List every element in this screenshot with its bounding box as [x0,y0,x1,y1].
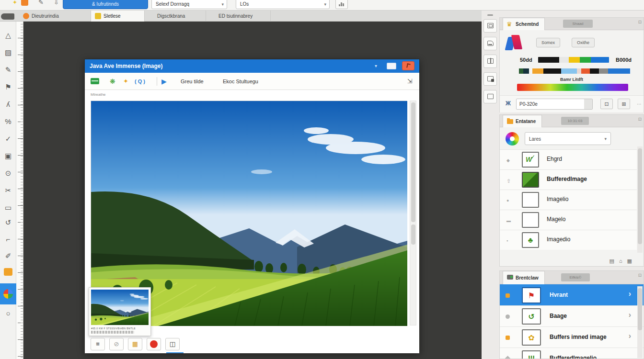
object-row[interactable]: Ψ BufferedImagelio [500,348,644,359]
tab-3[interactable]: Digsctkbrana [145,11,206,22]
object-row-selected[interactable]: ⚑ Hvrant › [500,284,644,305]
tab-1[interactable]: Dieutrurindia [19,11,91,22]
tool-pen[interactable]: ✎ [0,63,16,77]
layers-panel: Entatane 10:31:03 ⊡ Lares ▾ ◆ W ✓ Ehgrd … [499,114,644,267]
tab-entatane[interactable]: Entatane [503,115,542,127]
tool-circle[interactable]: ○ [0,306,16,321]
tool-check[interactable]: ✓ [0,132,16,146]
view-window-button[interactable] [483,19,497,33]
menu-item-2[interactable]: Ekoc Stultuegu [223,73,258,90]
layer-thumb: ♣ [522,232,539,248]
close-button[interactable] [402,61,414,70]
library-button[interactable] [483,55,497,68]
color-wheel-icon[interactable] [506,132,519,146]
chevron-right-icon[interactable]: › [629,290,631,298]
scrollbar-thumb-small[interactable] [411,224,415,245]
dock-handle[interactable] [487,14,493,16]
list-button[interactable]: ≡ [91,338,105,350]
tool-cut[interactable]: ✂ [0,183,16,198]
download-icon[interactable]: ⇩ [54,0,59,6]
tool-flag[interactable]: ⚑ [0,80,16,94]
tool-percent[interactable]: % [0,114,16,129]
tool-corner[interactable]: ⌐ [0,232,16,247]
tab-2-active[interactable]: Sletlese [91,11,145,22]
frames-button[interactable]: ◫ [165,338,180,350]
back-handle-icon[interactable] [1,13,14,20]
scrollbar-thumb[interactable] [638,288,642,330]
window-menu-caret-icon[interactable]: ▾ [375,59,377,73]
panel-scrollbar[interactable] [637,286,643,358]
tool-select-box[interactable]: ▣ [0,149,16,163]
tool-shape[interactable]: △ [0,28,16,43]
tool-edit-box[interactable]: ▨ [0,45,16,60]
preset-dropdown[interactable]: LOs ▾ [236,0,330,9]
rainbow-gradient-bar[interactable] [517,84,628,91]
primary-action-button[interactable]: & Iufrutinnds [63,0,148,9]
blank-button[interactable] [483,90,497,103]
page-flag-button[interactable] [483,72,497,86]
layers-filter-dropdown[interactable]: Lares ▾ [525,132,611,145]
disable-button[interactable]: ⊘ [109,338,124,350]
plant-icon[interactable]: ❋ [110,73,115,90]
play-icon[interactable]: ▶ [161,73,167,90]
color-search-input[interactable] [516,99,593,110]
list-item[interactable]: ⇧ BufferedImage [500,169,637,190]
orange-tool-icon[interactable] [21,0,28,6]
tab-schemes[interactable]: ♛ Schemtnd [503,18,545,30]
image-swatch-button[interactable]: ⊡ [600,99,613,109]
panel-fold-icon[interactable]: ⊡ [638,273,642,278]
restore-button[interactable] [387,63,396,69]
tab-secondary[interactable]: 10:31:03 [561,117,589,125]
canvas-area[interactable]: Java Ave Immense (Image) ▾ ❋ ✦ ( Q ) ▶ G… [23,22,482,359]
expand-icon[interactable]: ⇲ [407,73,413,90]
panel-fold-icon[interactable]: ⊡ [638,117,642,122]
frames-icon: ◫ [170,340,175,348]
scrollbar-thumb[interactable] [411,102,415,222]
select-image-dropdown[interactable]: Selexf Dorrragq ▾ [151,0,227,9]
segment-palette-bar[interactable] [519,68,630,74]
q-loop-icon[interactable]: ( Q ) [135,73,145,90]
chevron-right-icon[interactable]: › [629,311,631,319]
list-item[interactable]: ▬ Magelo [500,210,637,230]
window-titlebar[interactable]: Java Ave Immense (Image) ▾ [85,59,419,73]
tab-shaad[interactable]: Shaad [563,20,593,28]
tab-entatane-label: Entatane [516,119,536,124]
value-gradient-bar[interactable] [538,57,609,63]
tool-rotate[interactable]: ↺ [0,215,16,230]
tool-target[interactable]: ⊙ [0,166,16,180]
object-row[interactable]: ↺ Baage › [500,305,644,326]
scrollbar-thumb[interactable] [638,148,642,244]
object-row[interactable]: ✿ Buffers imned image › [500,326,644,348]
tool-color-picker-active[interactable] [0,283,16,304]
panel-scrollbar[interactable] [637,146,643,253]
table-icon[interactable] [91,78,99,84]
tool-rect[interactable]: ▭ [0,201,16,215]
grid-button[interactable]: ▦ [128,338,142,350]
list-item[interactable]: ◆ W ✓ Ehgrd [500,149,637,169]
oxithe-button[interactable]: Oxithe [572,38,595,47]
more-icon[interactable]: ⋯ [637,101,642,107]
panel-fold-icon[interactable]: ⊡ [638,20,642,24]
layers-panel-footer-icons[interactable]: ▤⌂▦ [610,258,637,264]
list-item[interactable]: ▪ ♣ Imagedio [500,230,637,250]
tool-pencil[interactable]: ✐ [0,249,16,263]
chevron-right-icon[interactable]: › [629,332,631,340]
image-scrollbar[interactable] [410,101,416,325]
image-window: Java Ave Immense (Image) ▾ ❋ ✦ ( Q ) ▶ G… [84,59,420,353]
tab-brentclaw[interactable]: Brentclaw [503,271,545,284]
menu-item-1[interactable]: Greu tilde [181,73,204,90]
somex-button[interactable]: Somex [536,38,560,47]
list-item[interactable]: ● Imagelio [500,190,637,210]
gem-icon[interactable]: ✦ [123,73,128,90]
tab-4[interactable]: ED tsutinnabrey [206,11,271,22]
record-button[interactable] [147,338,161,350]
save-swatch-button[interactable]: ⊞ [618,99,630,109]
printer-icon [487,41,494,46]
tool-orange-badge[interactable] [4,268,12,276]
tool-path[interactable]: ʎ [0,97,16,112]
chart-button[interactable] [335,0,348,9]
preview-thumbnail-card[interactable]: #65.0 KM F STSSSIVBIABN BMTLE [89,287,151,336]
pen-icon[interactable]: ✎ [38,0,44,6]
tab-eifkis[interactable]: Eifkis© [561,273,590,281]
export-button[interactable] [483,37,497,50]
